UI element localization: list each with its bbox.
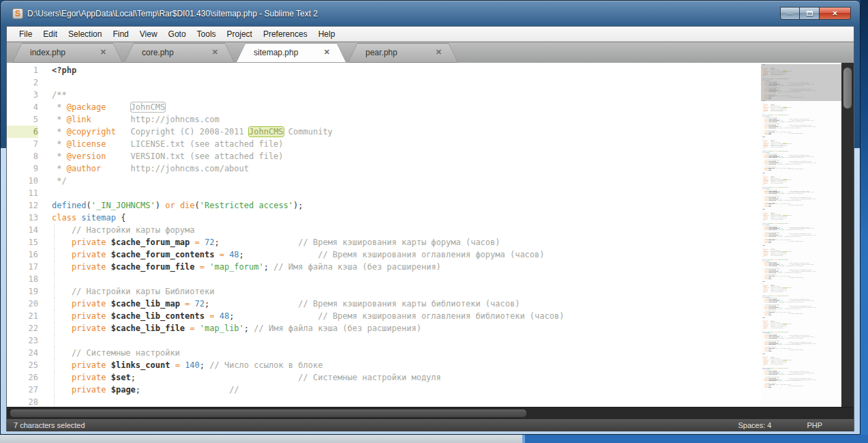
- code-line: private $cache_forum_map = 72; // Время …: [52, 236, 761, 248]
- code-token: private: [72, 324, 106, 333]
- line-number: 24: [7, 347, 38, 359]
- horizontal-scrollbar[interactable]: [7, 407, 854, 418]
- code-token: (: [87, 201, 91, 210]
- line-number: 13: [7, 212, 38, 224]
- tab-core.php[interactable]: core.php✕: [124, 43, 235, 63]
- code-token: [52, 299, 72, 309]
- code-token: [214, 311, 219, 321]
- line-number: 4: [7, 101, 38, 113]
- tab-close-icon[interactable]: ✕: [324, 48, 330, 57]
- code-view[interactable]: <?php/** * @package JohnCMS * @link http…: [46, 63, 761, 407]
- code-token: *: [52, 139, 67, 149]
- code-token: {: [116, 213, 125, 223]
- menu-item-file[interactable]: File: [14, 28, 38, 40]
- code-token: [106, 373, 110, 382]
- code-line: private $links_count = 140; // Число ссы…: [52, 359, 761, 371]
- status-indent-setting[interactable]: Spaces: 4: [738, 421, 771, 429]
- tab-close-icon[interactable]: ✕: [100, 48, 106, 57]
- code-token: 72: [205, 238, 214, 247]
- code-token: /**: [52, 90, 67, 100]
- minimap[interactable]: <?php/** * @package JohnCMS * @link http…: [761, 63, 841, 407]
- line-number: 26: [7, 371, 38, 384]
- menu-item-selection[interactable]: Selection: [63, 28, 107, 40]
- line-number: 19: [7, 285, 38, 298]
- code-token: or: [165, 201, 175, 210]
- code-token: *: [52, 152, 67, 161]
- line-number: 25: [7, 359, 38, 371]
- close-button[interactable]: ✕: [820, 7, 851, 20]
- code-token: $cache_forum_map: [111, 238, 190, 247]
- code-token: private: [72, 238, 106, 247]
- line-number: 21: [7, 310, 38, 322]
- code-token: [195, 324, 200, 333]
- code-line: private $cache_lib_contents = 48; // Вре…: [52, 310, 761, 322]
- desktop-right-strip: [860, 0, 868, 443]
- vertical-scrollbar[interactable]: [841, 63, 854, 407]
- code-token: // Настройки карты форума: [52, 225, 195, 235]
- code-token: [214, 250, 219, 259]
- code-token: VERSION.txt (see attached file): [106, 152, 283, 161]
- code-token: sitemap: [81, 213, 116, 223]
- line-number: 27: [7, 384, 38, 396]
- menu-item-help[interactable]: Help: [313, 28, 341, 40]
- code-token: @version: [67, 152, 106, 161]
- maximize-button[interactable]: [800, 7, 820, 20]
- menu-item-goto[interactable]: Goto: [163, 28, 192, 40]
- code-token: private: [72, 373, 106, 382]
- code-token: [106, 299, 110, 309]
- horizontal-scrollbar-thumb[interactable]: [10, 410, 526, 417]
- desktop: { "window": { "title": "D:\\Users\\Egor\…: [0, 0, 868, 443]
- menu-item-view[interactable]: View: [134, 28, 163, 40]
- code-line: [52, 396, 761, 407]
- code-line: * @license LICENSE.txt (see attached fil…: [52, 138, 761, 150]
- code-token: [106, 385, 110, 395]
- code-token: [52, 311, 72, 321]
- minimap-content: <?php/** * @package JohnCMS * @link http…: [762, 64, 838, 389]
- tab-index.php[interactable]: index.php✕: [12, 43, 123, 63]
- code-token: ;: [244, 324, 254, 333]
- minimap-viewport[interactable]: [761, 64, 841, 101]
- menu-item-project[interactable]: Project: [222, 28, 258, 40]
- code-token: =: [195, 238, 200, 247]
- minimize-button[interactable]: —: [780, 7, 800, 20]
- code-token: [106, 324, 110, 333]
- code-line: // Настройки карты Библиотеки: [52, 285, 761, 298]
- code-line: // Системные настройки: [52, 347, 761, 359]
- titlebar[interactable]: S D:\Users\Egor\AppData\Local\Temp\Rar$D…: [1, 1, 860, 26]
- code-token: @license: [67, 139, 106, 149]
- code-token: ;: [200, 360, 209, 370]
- line-number: 10: [7, 175, 38, 187]
- tab-sitemap.php[interactable]: sitemap.php✕: [236, 43, 346, 63]
- status-syntax-mode[interactable]: PHP: [807, 421, 822, 429]
- code-line: * @copyright Copyright (C) 2008-2011 Joh…: [52, 126, 761, 138]
- menu-item-edit[interactable]: Edit: [38, 28, 63, 40]
- code-token: // Время кэширования оглавления библиоте…: [318, 311, 564, 321]
- code-token: 48: [220, 311, 229, 321]
- line-number: 2: [7, 76, 38, 89]
- code-token: 72: [195, 299, 205, 309]
- tab-close-icon[interactable]: ✕: [436, 48, 442, 57]
- code-token: ;: [229, 311, 318, 321]
- tab-close-icon[interactable]: ✕: [212, 48, 218, 57]
- code-token: [52, 262, 72, 272]
- code-line: defined('_IN_JOHNCMS') or die('Restricte…: [52, 199, 761, 212]
- menu-item-preferences[interactable]: Preferences: [258, 28, 313, 40]
- code-token: private: [72, 299, 106, 309]
- menu-item-tools[interactable]: Tools: [192, 28, 222, 40]
- code-token: $cache_lib_contents: [111, 311, 205, 321]
- code-token: @copyright: [67, 127, 116, 137]
- code-token: *: [52, 115, 67, 124]
- line-number: 5: [7, 113, 38, 126]
- tab-pear.php[interactable]: pear.php✕: [348, 43, 458, 63]
- menu-item-find[interactable]: Find: [107, 28, 134, 40]
- selected-text: JohnCMS: [249, 127, 284, 137]
- code-line: * @author http://johncms.com/about: [52, 162, 761, 175]
- menu-bar: FileEditSelectionFindViewGotoToolsProjec…: [7, 27, 854, 42]
- vertical-scrollbar-thumb[interactable]: [843, 68, 852, 109]
- line-number: 9: [7, 162, 38, 175]
- code-token: [106, 311, 110, 321]
- app-content: FileEditSelectionFindViewGotoToolsProjec…: [6, 26, 854, 431]
- code-token: $set: [111, 373, 131, 382]
- code-token: // Время кэширования карты форума (часов…: [298, 238, 500, 247]
- code-line: [52, 273, 761, 285]
